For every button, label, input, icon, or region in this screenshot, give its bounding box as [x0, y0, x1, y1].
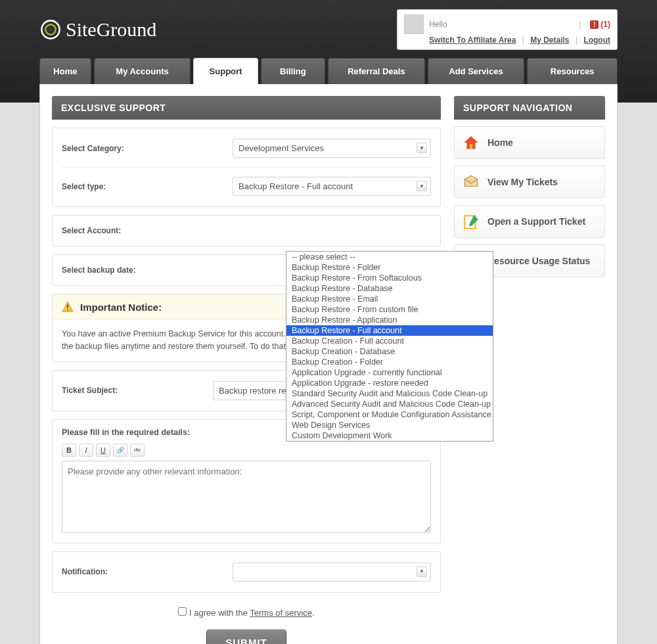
underline-button[interactable]: U — [96, 444, 110, 457]
side-item-open-a-support-ticket[interactable]: Open a Support Ticket — [454, 205, 605, 238]
type-option[interactable]: Web Design Services — [286, 420, 493, 430]
type-option[interactable]: Application Upgrade - restore needed — [286, 378, 493, 388]
bold-button[interactable]: B — [62, 444, 76, 457]
label-ticket-subject: Ticket Subject: — [62, 386, 213, 395]
side-item-label: Home — [487, 137, 513, 148]
select-type[interactable]: Backup Restore - Full account — [233, 177, 431, 196]
submit-button[interactable]: SUBMIT — [206, 630, 286, 644]
side-panel-title: SUPPORT NAVIGATION — [454, 96, 605, 120]
switch-affiliate-link[interactable]: Switch To Affiliate Area — [429, 35, 516, 45]
my-details-link[interactable]: My Details — [530, 35, 569, 45]
type-option[interactable]: Backup Restore - Folder — [286, 262, 493, 273]
nav-tab-billing[interactable]: Billing — [261, 58, 325, 84]
div-button[interactable]: div — [130, 444, 145, 457]
svg-rect-4 — [67, 304, 68, 308]
link-button[interactable]: 🔗 — [113, 444, 127, 457]
italic-button[interactable]: I — [79, 444, 93, 457]
nav-tab-add-services[interactable]: Add Services — [428, 58, 525, 84]
chevron-down-icon[interactable]: ▼ — [417, 566, 427, 577]
type-option[interactable]: Standard Security Audit and Malicious Co… — [286, 388, 493, 399]
type-option[interactable]: Backup Creation - Full account — [286, 336, 493, 346]
type-option[interactable]: Advanced Security Audit and Malicious Co… — [286, 399, 493, 409]
nav-tab-support[interactable]: Support — [193, 58, 258, 84]
type-option[interactable]: Backup Restore - Application — [286, 315, 493, 325]
nav-tab-resources[interactable]: Resources — [527, 58, 618, 84]
logout-link[interactable]: Logout — [583, 35, 610, 45]
brand-logo[interactable]: SiteGround — [39, 18, 156, 41]
type-option[interactable]: Backup Creation - Folder — [286, 357, 493, 367]
label-backup-date: Select backup date: — [62, 265, 233, 275]
warning-icon — [62, 301, 74, 313]
details-textarea[interactable] — [62, 461, 431, 533]
type-option[interactable]: Backup Restore - Email — [286, 294, 493, 304]
select-notification[interactable] — [233, 563, 431, 582]
side-item-label: View My Tickets — [487, 177, 558, 187]
greeting-text: Hello — [429, 20, 570, 29]
type-option[interactable]: Custom Development Work — [286, 430, 493, 441]
type-option[interactable]: Backup Restore - Database — [286, 283, 493, 294]
home-icon — [463, 134, 480, 151]
nav-tab-referral-deals[interactable]: Referral Deals — [328, 58, 425, 84]
alert-badge[interactable]: ! (1) — [590, 20, 610, 29]
nav-tab-home[interactable]: Home — [39, 58, 91, 84]
nav-tab-my-accounts[interactable]: My Accounts — [94, 58, 191, 84]
brand-name: SiteGround — [66, 18, 156, 41]
type-dropdown-list[interactable]: -- please select --Backup Restore - Fold… — [286, 251, 493, 442]
side-item-label: Resource Usage Status — [487, 256, 590, 266]
label-account: Select Account: — [62, 226, 233, 235]
main-panel-title: EXCLUSIVE SUPPORT — [52, 96, 441, 120]
label-type: Select type: — [62, 182, 233, 191]
agree-checkbox[interactable] — [178, 607, 187, 616]
type-option[interactable]: Backup Restore - From custom file — [286, 304, 493, 315]
terms-link[interactable]: Terms of service — [250, 608, 312, 618]
user-panel: Hello | ! (1) Switch To Affiliate Area |… — [397, 9, 618, 50]
alert-icon: ! — [590, 20, 599, 29]
svg-rect-5 — [67, 310, 68, 311]
swirl-icon — [39, 18, 62, 41]
type-option[interactable]: Backup Creation - Database — [286, 346, 493, 357]
svg-point-2 — [49, 28, 52, 31]
type-option[interactable]: Backup Restore - Full account — [286, 325, 493, 336]
side-item-label: Open a Support Ticket — [487, 216, 585, 227]
ticket-write-icon — [463, 213, 480, 230]
type-option[interactable]: Script, Component or Module Configuratio… — [286, 409, 493, 420]
label-category: Select Category: — [62, 144, 233, 153]
notice-title: Important Notice: — [80, 302, 162, 313]
type-option[interactable]: Application Upgrade - currently function… — [286, 367, 493, 378]
type-option[interactable]: -- please select -- — [286, 252, 493, 262]
chevron-down-icon[interactable]: ▼ — [417, 143, 427, 153]
chevron-down-icon[interactable]: ▼ — [417, 181, 427, 191]
svg-rect-7 — [470, 144, 472, 149]
type-option[interactable]: Backup Restore - From Softaculous — [286, 273, 493, 283]
main-nav: HomeMy AccountsSupportBillingReferral De… — [39, 58, 618, 84]
side-item-view-my-tickets[interactable]: View My Tickets — [454, 166, 605, 198]
select-category[interactable]: Development Services — [233, 139, 431, 158]
side-item-home[interactable]: Home — [454, 126, 605, 159]
label-notification: Notification: — [62, 567, 233, 576]
avatar — [404, 14, 424, 34]
tickets-icon — [463, 173, 480, 191]
